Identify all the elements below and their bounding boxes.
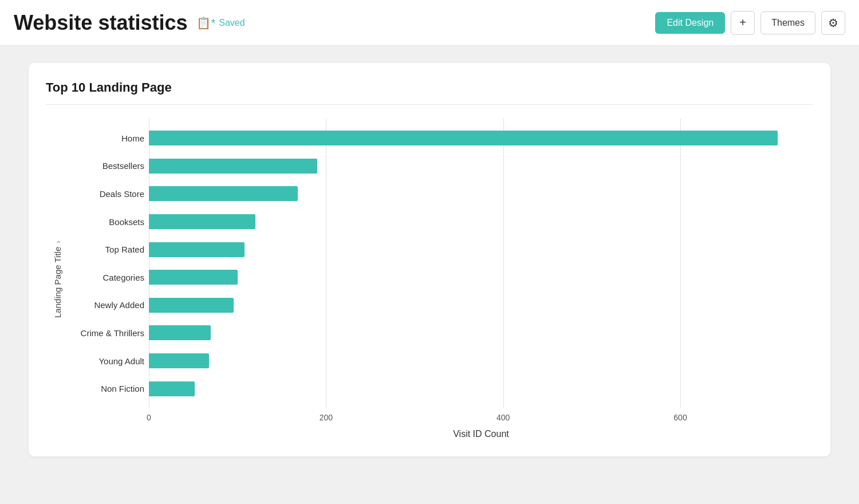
bar-row: Booksets [149,212,813,231]
bar-row: Young Adult [149,352,813,370]
bar-fill [149,131,778,145]
bars-container: HomeBestsellersDeals StoreBooksetsTop Ra… [149,119,813,408]
bar-label: Young Adult [67,356,144,366]
bar-label: Deals Store [67,189,144,199]
saved-label: Saved [219,18,245,28]
x-axis-label: Visit ID Count [149,429,813,439]
bar-fill [149,186,298,201]
bar-fill [149,242,245,257]
x-tick: 400 [497,413,510,422]
saved-badge: 📋* Saved [196,16,245,30]
gear-icon: ⚙ [828,16,838,30]
x-axis-ticks: 0200400600 [149,413,813,424]
x-tick: 600 [673,413,687,422]
edit-design-button[interactable]: Edit Design [655,12,725,34]
bar-label: Newly Added [67,300,144,310]
bar-row: Home [149,129,813,147]
bar-row: Top Rated [149,241,813,259]
chart-area: Landing Page Title › HomeBestsellersDeal… [46,119,813,439]
saved-icon: 📋* [196,16,215,30]
header-right: Edit Design + Themes ⚙ [655,11,845,35]
chart-inner: HomeBestsellersDeals StoreBooksetsTop Ra… [69,119,813,439]
bar-label: Bestsellers [67,161,144,171]
bar-row: Categories [149,268,813,286]
bar-label: Booksets [67,217,144,227]
grid-and-bars: HomeBestsellersDeals StoreBooksetsTop Ra… [149,119,813,408]
x-tick: 200 [320,413,333,422]
bar-label: Non Fiction [67,384,144,393]
bars-and-axes: HomeBestsellersDeals StoreBooksetsTop Ra… [69,119,813,408]
bar-fill [149,381,195,396]
add-button[interactable]: + [731,11,755,35]
themes-button[interactable]: Themes [761,11,815,34]
bar-fill [149,159,317,174]
bar-row: Bestsellers [149,157,813,175]
x-axis-row: 0200400600 [149,413,813,424]
bar-label: Home [67,133,144,143]
bar-fill [149,325,211,340]
bar-label: Top Rated [67,245,144,254]
header: Website statistics 📋* Saved Edit Design … [0,0,859,46]
bar-label: Crime & Thrillers [67,328,144,338]
settings-button[interactable]: ⚙ [821,11,845,35]
x-tick: 0 [147,413,151,422]
main-content: Top 10 Landing Page Landing Page Title ›… [0,46,859,474]
bar-row: Newly Added [149,296,813,314]
page-title: Website statistics [14,11,187,35]
bar-fill [149,270,238,285]
bar-row: Non Fiction [149,380,813,398]
bar-fill [149,353,209,368]
chevron-right-icon: › [53,241,62,243]
header-left: Website statistics 📋* Saved [14,11,245,35]
y-axis-label-wrap: Landing Page Title › [46,119,69,439]
y-axis-label: Landing Page Title › [53,241,62,318]
bar-row: Crime & Thrillers [149,324,813,342]
bar-fill [149,298,234,313]
bar-label: Categories [67,273,144,282]
chart-title: Top 10 Landing Page [46,80,813,105]
bar-fill [149,214,255,229]
chart-card: Top 10 Landing Page Landing Page Title ›… [29,63,830,456]
bar-row: Deals Store [149,184,813,203]
